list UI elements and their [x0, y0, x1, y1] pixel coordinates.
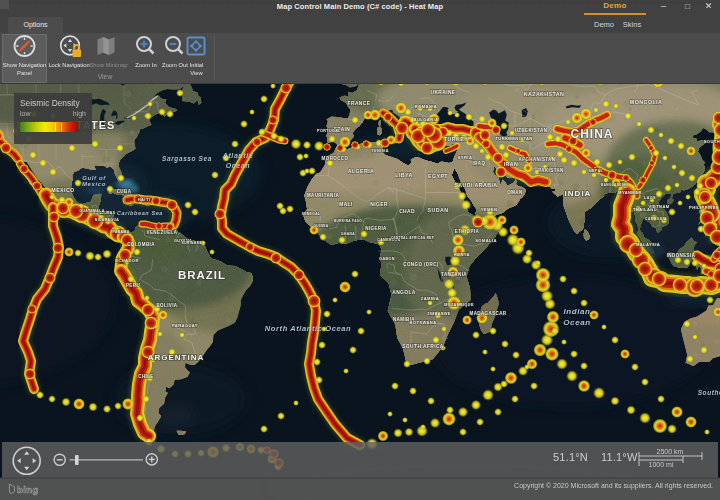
svg-text:1000 mi: 1000 mi [649, 461, 674, 468]
svg-text:bing: bing [17, 484, 39, 495]
svg-text:2500 km: 2500 km [657, 448, 684, 455]
